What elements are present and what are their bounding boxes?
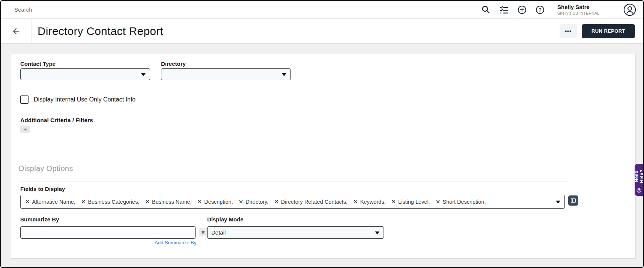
remove-chip-icon[interactable]: ✕ xyxy=(274,199,279,204)
add-summarize-by-link[interactable]: Add Summarize By xyxy=(155,240,196,245)
field-chip-label: Keywords, xyxy=(360,199,386,205)
summarize-by-label: Summarize By xyxy=(20,216,59,223)
user-org: Shelly's DB INTERNAL xyxy=(557,11,608,15)
need-help-tab[interactable]: Need Help? xyxy=(635,164,643,196)
lifebuoy-icon xyxy=(636,188,642,194)
remove-chip-icon[interactable]: ✕ xyxy=(239,199,244,204)
top-bar-actions: ? Shelly Satre Shelly's DB INTERNAL xyxy=(477,1,643,18)
contact-type-label: Contact Type xyxy=(20,61,56,67)
fields-chip-list: ✕Alternative Name,✕Business Categories,✕… xyxy=(25,199,491,205)
field-chip-label: Listing Level, xyxy=(398,199,430,205)
more-options-button[interactable]: ••• xyxy=(560,24,577,38)
field-chip-label: Business Categories, xyxy=(88,199,139,205)
remove-chip-icon[interactable]: ✕ xyxy=(436,199,441,204)
display-mode-dropdown[interactable]: Detail xyxy=(207,226,384,239)
internal-info-label: Display Internal Use Only Contact Info xyxy=(34,96,135,103)
summarize-by-input[interactable] xyxy=(20,226,196,239)
field-chip: ✕Alternative Name, xyxy=(25,199,75,205)
header-actions: ••• RUN REPORT xyxy=(560,24,635,38)
chevron-down-icon xyxy=(282,73,286,76)
field-chip: ✕Short Description, xyxy=(436,199,486,205)
display-options-heading: Display Options xyxy=(19,164,73,173)
chevron-down-icon xyxy=(556,200,560,203)
need-help-label: Need Help? xyxy=(634,166,644,186)
add-filter-button[interactable]: + xyxy=(20,126,30,133)
remove-chip-icon[interactable]: ✕ xyxy=(391,199,396,204)
display-mode-label: Display Mode xyxy=(207,216,244,223)
field-chip-label: Alternative Name, xyxy=(32,199,75,205)
field-chip: ✕Listing Level, xyxy=(391,199,430,205)
remove-chip-icon[interactable]: ✕ xyxy=(25,199,30,204)
column-layout-icon[interactable] xyxy=(568,195,578,206)
directory-dropdown[interactable] xyxy=(161,68,291,80)
chevron-down-icon xyxy=(375,231,379,234)
remove-chip-icon[interactable]: ✕ xyxy=(145,199,150,204)
run-report-button[interactable]: RUN REPORT xyxy=(582,24,635,38)
remove-chip-icon[interactable]: ✕ xyxy=(81,199,86,204)
avatar[interactable] xyxy=(616,1,643,18)
section-divider xyxy=(19,182,568,182)
directory-label: Directory xyxy=(161,61,186,67)
field-chip: ✕Description, xyxy=(197,199,233,205)
fields-to-display-box[interactable]: ✕Alternative Name,✕Business Categories,✕… xyxy=(20,195,565,209)
remove-chip-icon[interactable]: ✕ xyxy=(197,199,202,204)
remove-chip-icon[interactable]: ✕ xyxy=(353,199,358,204)
field-chip-label: Business Name, xyxy=(152,199,192,205)
app-window: ? Shelly Satre Shelly's DB INTERNAL D xyxy=(0,0,644,268)
fields-to-display-label: Fields to Display xyxy=(20,186,65,192)
user-name: Shelly Satre xyxy=(557,4,608,11)
field-chip-label: Directory, xyxy=(245,199,268,205)
field-chip: ✕Directory Related Contacts, xyxy=(274,199,348,205)
field-chip: ✕Directory, xyxy=(239,199,269,205)
top-bar: ? Shelly Satre Shelly's DB INTERNAL xyxy=(1,1,643,19)
back-button[interactable] xyxy=(1,19,32,43)
chevron-down-icon xyxy=(141,73,146,76)
main-area: Contact Type Directory Display Internal … xyxy=(1,44,643,267)
field-chip: ✕Keywords, xyxy=(353,199,385,205)
task-list-icon[interactable] xyxy=(495,1,513,18)
field-chip-label: Directory Related Contacts, xyxy=(281,199,348,205)
search-icon[interactable] xyxy=(477,1,495,18)
report-criteria-card: Contact Type Directory Display Internal … xyxy=(11,54,636,259)
search-input[interactable] xyxy=(14,6,477,13)
field-chip: ✕Business Name, xyxy=(145,199,191,205)
field-chip: ✕Business Categories, xyxy=(81,199,140,205)
internal-info-row: Display Internal Use Only Contact Info xyxy=(20,95,135,104)
field-chip-label: Description, xyxy=(204,199,233,205)
clear-summarize-icon[interactable]: ✖ xyxy=(199,228,207,236)
help-circle-icon[interactable]: ? xyxy=(531,1,549,18)
internal-info-checkbox[interactable] xyxy=(20,95,29,104)
user-menu[interactable]: Shelly Satre Shelly's DB INTERNAL xyxy=(549,1,616,18)
display-mode-value: Detail xyxy=(211,229,226,236)
page-title: Directory Contact Report xyxy=(38,25,163,38)
svg-text:?: ? xyxy=(538,7,541,12)
page-header: Directory Contact Report ••• RUN REPORT xyxy=(1,19,643,44)
additional-criteria-label: Additional Criteria / Filters xyxy=(20,117,93,124)
contact-type-dropdown[interactable] xyxy=(20,68,150,80)
field-chip-label: Short Description, xyxy=(442,199,486,205)
add-circle-icon[interactable] xyxy=(513,1,531,18)
